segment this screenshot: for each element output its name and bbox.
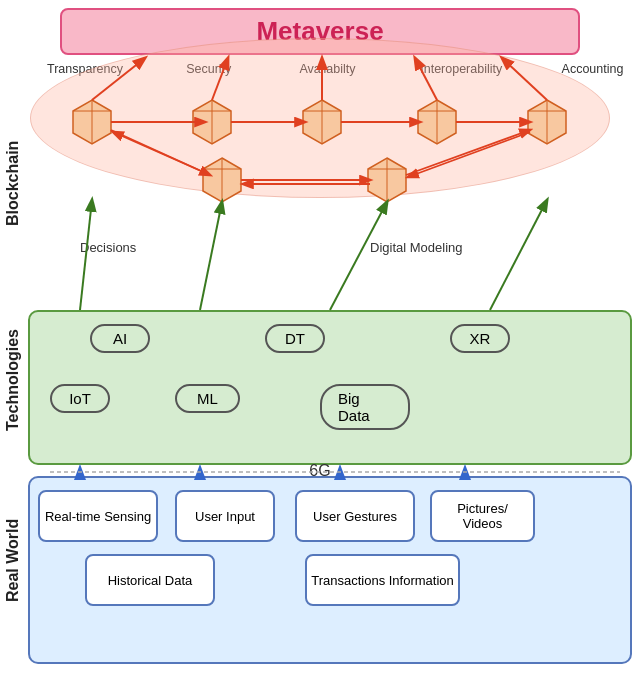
label-digital-modeling: Digital Modeling	[370, 240, 463, 255]
tech-bigdata: Big Data	[320, 384, 410, 430]
tech-ml: ML	[175, 384, 240, 413]
rw-pictures-videos: Pictures/ Videos	[430, 490, 535, 542]
label-accounting: Accounting	[555, 62, 630, 76]
rw-realtime-sensing: Real-time Sensing	[38, 490, 158, 542]
rw-user-input: User Input	[175, 490, 275, 542]
label-decisions: Decisions	[80, 240, 136, 255]
tech-dt: DT	[265, 324, 325, 353]
layer-label-blockchain: Blockchain	[4, 68, 22, 298]
svg-line-36	[80, 200, 92, 310]
rw-historical-data: Historical Data	[85, 554, 215, 606]
layer-label-technologies: Technologies	[4, 305, 22, 455]
realworld-section: Real-time Sensing User Input User Gestur…	[28, 476, 632, 664]
tech-iot: IoT	[50, 384, 110, 413]
rw-transactions-info: Transactions Information	[305, 554, 460, 606]
tech-xr: XR	[450, 324, 510, 353]
rw-user-gestures: User Gestures	[295, 490, 415, 542]
svg-line-37	[200, 202, 222, 310]
tech-ai: AI	[90, 324, 150, 353]
svg-line-39	[490, 200, 547, 310]
blockchain-oval	[30, 38, 610, 198]
diagram-container: Metaverse Blockchain Technologies Real W…	[0, 0, 640, 675]
layer-label-realworld: Real World	[4, 470, 22, 650]
svg-line-38	[330, 202, 387, 310]
technologies-section: AI DT XR IoT ML Big Data	[28, 310, 632, 465]
